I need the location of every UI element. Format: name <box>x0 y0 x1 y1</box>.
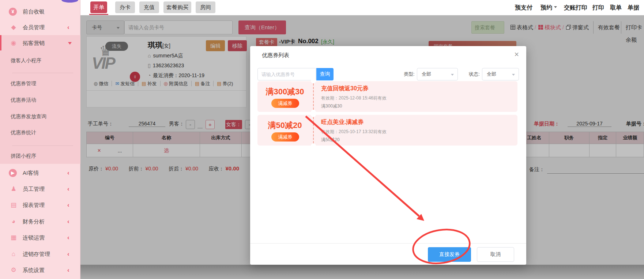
chevron-left-icon: ‹ <box>67 231 69 244</box>
active-tab-underline <box>89 14 108 15</box>
sidebar-item-ai-crm[interactable]: ▶ AI客情 ‹ <box>0 166 80 180</box>
chevron-down-icon <box>512 74 515 77</box>
coupon-title: 旺点美业.满减券 <box>321 118 364 126</box>
diamond-icon: ◆ <box>9 21 18 34</box>
sidebar-item-wechat-miniapp[interactable]: 微客人小程序 <box>11 54 76 66</box>
tab-recharge[interactable]: 充值 <box>139 1 159 13</box>
chevron-left-icon: ‹ <box>67 199 69 212</box>
sidebar-divider <box>12 146 73 146</box>
coupon-title: 充值回馈返30元券 <box>321 85 369 93</box>
action-appointment[interactable]: 预约 <box>541 0 557 15</box>
chevron-left-icon: ‹ <box>67 21 69 34</box>
sidebar-item-member-mgmt[interactable]: ◆ 会员管理 ‹ <box>0 21 80 34</box>
chevron-left-icon: ‹ <box>67 264 69 277</box>
cancel-button[interactable]: 取消 <box>477 247 514 262</box>
sidebar-item-report-mgmt[interactable]: ▤ 报表管理 ‹ <box>0 199 80 212</box>
sidebar-item-label: 报表管理 <box>23 199 45 212</box>
modal-footer-divider <box>250 243 526 244</box>
close-icon[interactable]: × <box>514 50 519 59</box>
action-document[interactable]: 单据 <box>628 0 639 15</box>
pie-chart-icon: ◕ <box>9 215 18 228</box>
sidebar-item-inventory-mgmt[interactable]: ⌂ 进销存管理 ‹ <box>0 248 80 261</box>
action-label: 预约 <box>541 4 552 11</box>
coupon-list-modal: 优惠券列表 × 查询 类型: 全部 状态: 全部 满300减30 满减券 充值回… <box>250 46 526 265</box>
logo-blob <box>61 0 78 3</box>
tab-open-order[interactable]: 开单 <box>90 1 107 13</box>
issue-coupon-button[interactable]: 直接发券 <box>428 247 471 262</box>
sidebar-item-coupon-issue-query[interactable]: 优惠券发放查询 <box>11 110 76 122</box>
sidebar-item-coupon-stats[interactable]: 优惠券统计 <box>11 127 76 138</box>
storefront-icon: ▦ <box>9 231 18 244</box>
coupon-amount: 满50减20 <box>257 120 312 131</box>
chevron-down-icon <box>451 74 454 77</box>
coupon-notch <box>311 143 316 148</box>
coupon-validity: 有效期：2025-10-17 13:32前有效 <box>321 129 387 135</box>
coupon-validity: 有效期：2025-12-08 15:46前有效 <box>321 95 387 101</box>
coupon-type-value: 全部 <box>422 71 431 77</box>
action-prepay[interactable]: 预支付 <box>515 0 532 15</box>
sidebar-item-groupbuy-miniapp[interactable]: 拼团小程序 <box>11 150 76 162</box>
chevron-left-icon: ‹ <box>67 166 69 180</box>
sidebar: ¥ 前台收银 ◆ 会员管理 ‹ ◉ 拓客营销 微客人小程序 优惠券管理 优惠券活… <box>0 0 80 279</box>
sidebar-item-chain-ops[interactable]: ▦ 连锁运营 ‹ <box>0 231 80 244</box>
monitor-icon: ▤ <box>9 199 18 212</box>
play-icon: ▶ <box>9 169 17 177</box>
coupon-state-label: 状态: <box>469 71 480 78</box>
coupon-card[interactable]: 满300减30 满减券 充值回馈返30元券 有效期：2025-12-08 15:… <box>257 81 517 112</box>
coupon-state-select[interactable]: 全部 <box>482 68 519 80</box>
sidebar-item-label: 财务分析 <box>23 215 45 228</box>
sidebar-item-coupon-activity[interactable]: 优惠券活动 <box>11 94 76 106</box>
chevron-left-icon: ‹ <box>67 248 69 261</box>
tab-package-purchase[interactable]: 套餐购买 <box>163 1 191 13</box>
action-print[interactable]: 打印 <box>592 0 604 15</box>
sidebar-item-label: 系统设置 <box>23 264 45 277</box>
sidebar-item-label: 进销存管理 <box>23 248 50 261</box>
top-tab-bar: 开单 办卡 充值 套餐购买 房间 预支付 预约 交账打印 打印 取单 单据 <box>80 0 644 15</box>
coupon-desc: 满300减30 <box>321 103 342 109</box>
sidebar-item-marketing[interactable]: ◉ 拓客营销 <box>0 37 80 50</box>
action-handover-print[interactable]: 交账打印 <box>564 0 587 15</box>
chevron-left-icon: ‹ <box>67 182 69 196</box>
cashier-icon: ¥ <box>9 8 17 16</box>
coupon-state-value: 全部 <box>487 71 496 77</box>
sidebar-item-label: 连锁运营 <box>23 231 45 244</box>
coupon-desc: 满50减20 <box>321 137 340 143</box>
tab-make-card[interactable]: 办卡 <box>115 1 135 13</box>
coupon-amount: 满300减30 <box>257 86 312 97</box>
sidebar-divider <box>12 73 73 73</box>
sidebar-item-label: AI客情 <box>23 166 39 180</box>
sidebar-item-coupon-mgmt[interactable]: 优惠券管理 <box>11 78 76 89</box>
sidebar-item-system-settings[interactable]: ⚙ 系统设置 ‹ <box>0 264 80 277</box>
coupon-type-label: 类型: <box>404 71 415 78</box>
sidebar-item-label: 会员管理 <box>23 21 45 34</box>
person-icon: ♟ <box>9 182 18 196</box>
coupon-dashed-divider <box>313 83 314 110</box>
sidebar-item-label: 员工管理 <box>23 182 45 196</box>
sidebar-item-label: 前台收银 <box>23 5 45 18</box>
chevron-left-icon: ‹ <box>67 215 69 228</box>
tab-room[interactable]: 房间 <box>196 1 215 13</box>
coupon-tag-badge: 满减券 <box>271 99 299 108</box>
coupon-number-input[interactable] <box>257 68 316 80</box>
home-icon: ⌂ <box>9 248 18 261</box>
chevron-down-icon <box>554 6 557 10</box>
coupon-card[interactable]: 满50减20 满减券 旺点美业.满减券 有效期：2025-10-17 13:32… <box>257 115 517 146</box>
chevron-down-icon <box>68 42 72 46</box>
coupon-query-button[interactable]: 查询 <box>316 68 334 80</box>
people-icon: ◉ <box>9 37 18 50</box>
gear-icon: ⚙ <box>9 264 18 277</box>
coupon-type-select[interactable]: 全部 <box>417 68 458 80</box>
action-retrieve-order[interactable]: 取单 <box>610 0 622 15</box>
coupon-dashed-divider <box>313 117 314 143</box>
sidebar-item-staff-mgmt[interactable]: ♟ 员工管理 ‹ <box>0 182 80 196</box>
modal-title: 优惠券列表 <box>262 52 289 59</box>
sidebar-item-cashier[interactable]: ¥ 前台收银 <box>0 5 80 18</box>
coupon-notch <box>311 112 316 117</box>
sidebar-item-label: 拓客营销 <box>23 37 45 50</box>
sidebar-item-finance-analysis[interactable]: ◕ 财务分析 ‹ <box>0 215 80 228</box>
coupon-tag-badge: 满减券 <box>271 132 299 142</box>
coupon-notch <box>311 78 316 83</box>
